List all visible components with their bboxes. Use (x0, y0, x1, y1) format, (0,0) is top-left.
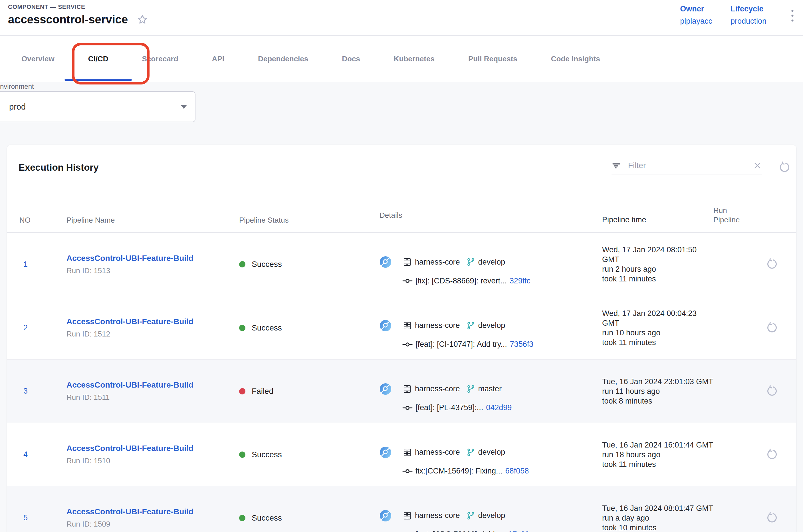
pipeline-time-ago: run 2 hours ago (602, 264, 713, 274)
run-pipeline-button[interactable] (765, 258, 778, 270)
pipeline-time-date: Tue, 16 Jan 2024 08:01:47 GMT (602, 504, 713, 513)
tab-docs-label: Docs (342, 55, 360, 63)
tab-cicd-label: CI/CD (88, 55, 109, 63)
tab-scorecard[interactable]: Scorecard (142, 36, 178, 82)
row-number: 5 (19, 513, 28, 522)
git-branch-icon (466, 448, 475, 457)
commit-message: feat: [CDS-73090]: Add... (416, 530, 501, 532)
status-dot (239, 515, 245, 521)
pipeline-time-date: Tue, 16 Jan 2024 23:01:03 GMT (602, 377, 713, 386)
repo-name: harness-core (415, 448, 460, 457)
pipeline-name-link[interactable]: AccessControl-UBI-Feature-Build (66, 317, 239, 326)
environment-select[interactable]: prod (0, 91, 195, 122)
tab-code-insights-label: Code Insights (551, 55, 600, 63)
git-commit-icon (402, 404, 413, 412)
trigger-avatar-icon (380, 510, 391, 522)
execution-history-card: Execution History (7, 145, 796, 532)
pipeline-name-link[interactable]: AccessControl-UBI-Feature-Build (66, 507, 239, 516)
environment-label: Environment (0, 82, 34, 91)
tab-cicd[interactable]: CI/CD (88, 36, 109, 82)
repo-icon (402, 257, 412, 267)
commit-sha-link[interactable]: 68f058 (505, 467, 529, 475)
filter-input[interactable] (628, 161, 746, 170)
git-commit-icon (402, 341, 413, 348)
status-label: Failed (252, 387, 273, 396)
col-header-run-pipeline-label: Run Pipeline (713, 206, 750, 225)
col-header-pipeline-name: Pipeline Name (66, 216, 239, 225)
tab-overview[interactable]: Overview (21, 36, 55, 82)
tab-dependencies-label: Dependencies (258, 55, 308, 63)
trigger-avatar-icon (380, 320, 391, 331)
branch-name: develop (478, 511, 505, 520)
table-row: 5 AccessControl-UBI-Feature-Build Run ID… (7, 486, 796, 532)
row-number: 3 (19, 387, 28, 395)
status-label: Success (252, 323, 282, 332)
pipeline-time-date: Wed, 17 Jan 2024 00:04:23 GMT (602, 308, 713, 328)
favorite-star-icon[interactable] (136, 14, 148, 26)
repo-name: harness-core (415, 384, 460, 393)
branch-name: develop (478, 321, 505, 330)
status-dot (239, 452, 245, 458)
clear-filter-icon[interactable] (753, 161, 762, 170)
environment-value: prod (9, 102, 180, 112)
refresh-icon[interactable] (778, 161, 790, 174)
run-pipeline-button[interactable] (765, 512, 778, 524)
commit-message: [feat]: [PL-43759]:... (416, 403, 483, 412)
kebab-menu-icon[interactable] (790, 4, 795, 24)
run-pipeline-button[interactable] (765, 385, 778, 398)
status-label: Success (252, 260, 282, 269)
tab-dependencies[interactable]: Dependencies (258, 36, 308, 82)
pipeline-name-link[interactable]: AccessControl-UBI-Feature-Build (66, 444, 239, 453)
tab-kubernetes[interactable]: Kubernetes (394, 36, 435, 82)
trigger-avatar-icon (380, 446, 391, 458)
pipeline-time-ago: run a day ago (602, 513, 713, 523)
tab-docs[interactable]: Docs (342, 36, 360, 82)
git-branch-icon (466, 321, 475, 330)
branch-name: develop (478, 258, 505, 267)
owner-meta: Owner plplayacc (680, 4, 712, 26)
run-pipeline-button[interactable] (765, 449, 778, 461)
repo-name: harness-core (415, 258, 460, 267)
branch-name: develop (478, 448, 505, 457)
owner-link[interactable]: plplayacc (680, 17, 712, 26)
lifecycle-label: Lifecycle (730, 4, 766, 14)
commit-message: [fix]: [CDS-88669]: revert... (416, 277, 507, 285)
row-number: 2 (19, 323, 28, 332)
entity-header: COMPONENT — SERVICE accesscontrol-servic… (0, 0, 803, 36)
pipeline-name-link[interactable]: AccessControl-UBI-Feature-Build (66, 254, 239, 263)
section-title: Execution History (19, 162, 99, 173)
run-pipeline-button[interactable] (765, 322, 778, 334)
lifecycle-meta: Lifecycle production (730, 4, 766, 26)
git-commit-icon (402, 531, 413, 532)
table-row: 4 AccessControl-UBI-Feature-Build Run ID… (7, 423, 796, 486)
page-title: accesscontrol-service (8, 13, 128, 26)
pipeline-time-took: took 11 minutes (602, 274, 713, 284)
commit-sha-link[interactable]: 7356f3 (510, 340, 534, 349)
commit-message: [feat]: [CI-10747]: Add try... (416, 340, 507, 349)
lifecycle-value: production (730, 17, 766, 26)
app-screen: COMPONENT — SERVICE accesscontrol-servic… (0, 0, 803, 532)
run-id: Run ID: 1509 (66, 520, 239, 529)
table-body: 1 AccessControl-UBI-Feature-Build Run ID… (7, 233, 796, 532)
tab-pull-requests[interactable]: Pull Requests (468, 36, 517, 82)
status-dot (239, 388, 245, 395)
pipeline-time-took: took 10 minutes (602, 523, 713, 532)
table-row: 1 AccessControl-UBI-Feature-Build Run ID… (7, 233, 796, 296)
tab-overview-label: Overview (21, 55, 55, 63)
repo-name: harness-core (415, 321, 460, 330)
pipeline-name-link[interactable]: AccessControl-UBI-Feature-Build (66, 380, 239, 390)
tab-code-insights[interactable]: Code Insights (551, 36, 600, 82)
col-header-pipeline-time: Pipeline time (602, 215, 713, 225)
repo-icon (402, 321, 412, 330)
tab-api[interactable]: API (212, 36, 224, 82)
filter-field (612, 161, 762, 174)
repo-icon (402, 448, 412, 457)
commit-sha-link[interactable]: a97c30 (504, 530, 529, 532)
col-header-pipeline-status: Pipeline Status (239, 216, 380, 225)
col-header-no: NO (19, 216, 66, 225)
repo-name: harness-core (415, 511, 460, 520)
commit-sha-link[interactable]: 042d99 (486, 403, 512, 412)
tab-bar: Overview CI/CD Scorecard API Dependencie… (0, 36, 803, 82)
commit-sha-link[interactable]: 329ffc (510, 277, 531, 285)
trigger-avatar-icon (380, 383, 391, 395)
